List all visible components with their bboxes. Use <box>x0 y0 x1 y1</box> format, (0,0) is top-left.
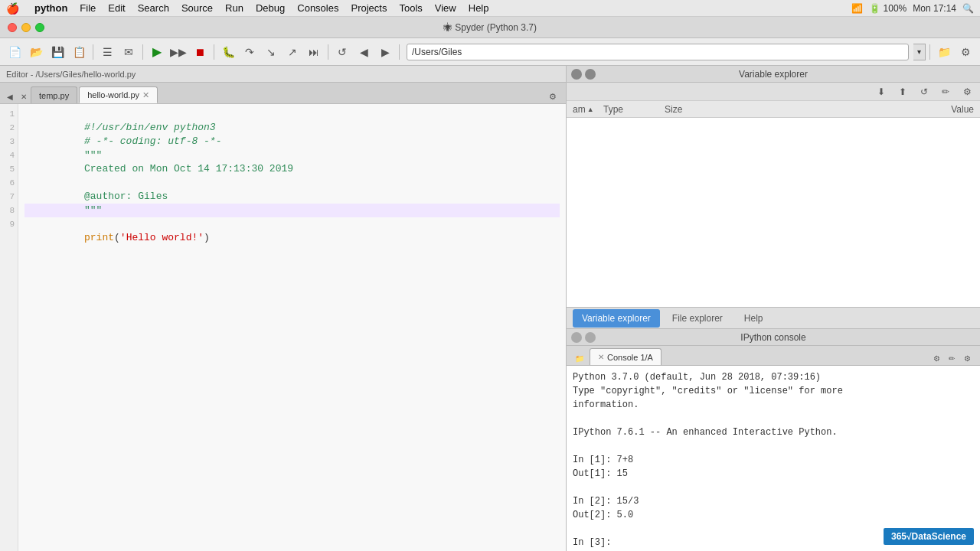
step-into-button[interactable]: ↘ <box>261 42 281 62</box>
var-type-label: Type <box>603 104 623 115</box>
menu-file[interactable]: File <box>80 2 96 14</box>
open-file-button[interactable]: 📂 <box>26 42 46 62</box>
separator-5 <box>399 44 400 60</box>
reload-button[interactable]: ↺ <box>332 42 352 62</box>
var-export-button[interactable]: ⬆ <box>893 82 913 102</box>
traffic-lights[interactable] <box>8 23 44 32</box>
tab-file-explorer-label: File explorer <box>672 313 723 324</box>
var-panel-controls <box>571 69 596 80</box>
menu-search[interactable]: Search <box>138 2 169 14</box>
menu-run[interactable]: Run <box>225 2 243 14</box>
window-title: 🕷 Spyder (Python 3.7) <box>443 22 537 33</box>
continue-button[interactable]: ⏭ <box>304 42 324 62</box>
main-layout: Editor - /Users/Giles/hello-world.py ◀ ✕… <box>0 66 980 551</box>
variable-explorer-header: Variable explorer <box>567 66 980 83</box>
fullscreen-button[interactable] <box>35 23 44 32</box>
console-panel: IPython console 📁 ✕ Console 1/A ⚙ ✏ ⚙ Py… <box>567 329 980 551</box>
var-filter-button[interactable]: ✏ <box>936 82 956 102</box>
var-col-type-header[interactable]: Type <box>603 104 665 115</box>
menu-right-side: 📶 🔋 100% Mon 17:14 🔍 <box>851 3 974 14</box>
tab-temp-py-label: temp.py <box>39 91 69 100</box>
app-name[interactable]: python <box>34 2 67 14</box>
code-comment-2: # -*- coding: utf-8 -*- <box>84 135 221 147</box>
run-file-button[interactable]: ▶▶ <box>168 42 188 62</box>
minimize-button[interactable] <box>21 23 31 32</box>
editor-path: Editor - /Users/Giles/hello-world.py <box>6 70 136 79</box>
save-all-button[interactable]: 📋 <box>69 42 89 62</box>
code-docstring-author: @author: Giles <box>84 191 168 202</box>
var-refresh-button[interactable]: ↺ <box>914 82 934 102</box>
menu-consoles[interactable]: Consoles <box>297 2 338 14</box>
console-line-11: Out[2]: 5.0 <box>573 508 974 522</box>
tab-temp-py[interactable]: temp.py <box>31 86 77 103</box>
preferences-button[interactable]: ☰ <box>97 42 117 62</box>
nav-forward-button[interactable]: ▶ <box>375 42 395 62</box>
separator-6 <box>929 44 930 60</box>
code-editor[interactable]: 1 2 3 4 5 6 7 8 9 #!/usr/bin/env python3… <box>0 104 566 551</box>
code-docstring-start: """ <box>84 149 102 161</box>
var-col-name-header[interactable]: am ▲ <box>573 104 603 115</box>
var-value-label: Value <box>951 104 974 115</box>
menu-tools[interactable]: Tools <box>399 2 422 14</box>
console-tab-settings[interactable]: ⚙ <box>929 351 943 365</box>
code-string-literal: 'Hello world!' <box>120 232 204 243</box>
code-content[interactable]: #!/usr/bin/env python3 # -*- coding: utf… <box>18 104 566 551</box>
path-input[interactable]: /Users/Giles <box>407 44 909 60</box>
console-new-icon[interactable]: 📁 <box>573 351 586 365</box>
console-close-btn[interactable] <box>571 332 582 343</box>
code-line-1: #!/usr/bin/env python3 <box>24 107 560 121</box>
var-panel-minimize[interactable] <box>585 69 596 80</box>
stop-button[interactable]: ⏹ <box>190 42 210 62</box>
menu-help[interactable]: Help <box>469 2 489 14</box>
nav-back-button[interactable]: ◀ <box>354 42 374 62</box>
tab-hello-world-label: hello-world.py <box>87 90 139 99</box>
var-col-value-header[interactable]: Value <box>882 104 974 115</box>
var-settings-button[interactable]: ⚙ <box>957 82 977 102</box>
step-out-button[interactable]: ↗ <box>283 42 302 62</box>
console-tabs-bar: 📁 ✕ Console 1/A ⚙ ✏ ⚙ <box>567 346 980 366</box>
folder-button[interactable]: 📁 <box>934 42 954 62</box>
tab-file-explorer[interactable]: File explorer <box>663 309 732 328</box>
var-toolbar: ⬇ ⬆ ↺ ✏ ⚙ <box>567 83 980 101</box>
console-min-btn[interactable] <box>585 332 596 343</box>
editor-header: Editor - /Users/Giles/hello-world.py <box>0 66 566 83</box>
tab-close-icon[interactable]: ✕ <box>142 91 149 99</box>
tab-help[interactable]: Help <box>735 309 773 328</box>
path-dropdown-button[interactable]: ▾ <box>913 44 926 60</box>
right-panel: Variable explorer ⬇ ⬆ ↺ ✏ ⚙ am ▲ Type Si… <box>567 66 980 551</box>
console-tab-edit[interactable]: ✏ <box>945 351 959 365</box>
menu-debug[interactable]: Debug <box>256 2 285 14</box>
tab-settings-button[interactable]: ⚙ <box>546 90 560 103</box>
menu-edit[interactable]: Edit <box>108 2 125 14</box>
var-name-label: am <box>573 104 586 115</box>
menu-view[interactable]: View <box>435 2 456 14</box>
settings-button[interactable]: ⚙ <box>956 42 975 62</box>
code-docstring-created: Created on Mon Oct 14 17:13:30 2019 <box>84 163 293 174</box>
tab-variable-explorer-label: Variable explorer <box>582 313 651 324</box>
run-button[interactable]: ▶ <box>147 42 167 62</box>
search-icon[interactable]: 🔍 <box>962 3 974 14</box>
save-button[interactable]: 💾 <box>47 42 67 62</box>
close-button[interactable] <box>8 23 17 32</box>
tab-hello-world-py[interactable]: hello-world.py ✕ <box>79 86 158 103</box>
var-panel-close[interactable] <box>571 69 582 80</box>
code-print-func: print <box>84 232 114 243</box>
email-button[interactable]: ✉ <box>119 42 139 62</box>
new-file-button[interactable]: 📄 <box>5 42 24 62</box>
editor-right-icon[interactable]: ✕ <box>17 90 31 103</box>
console-line-6 <box>573 439 974 453</box>
step-button[interactable]: ↷ <box>240 42 260 62</box>
var-table-header: am ▲ Type Size Value <box>567 101 980 118</box>
menu-projects[interactable]: Projects <box>351 2 387 14</box>
panel-tabs: Variable explorer File explorer Help <box>567 307 980 328</box>
tab-variable-explorer[interactable]: Variable explorer <box>573 309 660 328</box>
debug-button[interactable]: 🐛 <box>218 42 238 62</box>
var-col-size-header[interactable]: Size <box>665 104 882 115</box>
editor-left-icon[interactable]: ◀ <box>3 90 17 103</box>
console-tab-options[interactable]: ⚙ <box>960 351 974 365</box>
console-tab-1[interactable]: ✕ Console 1/A <box>590 348 662 365</box>
var-import-button[interactable]: ⬇ <box>871 82 891 102</box>
console-tab-close-icon[interactable]: ✕ <box>598 353 604 361</box>
menu-source[interactable]: Source <box>181 2 213 14</box>
console-output[interactable]: Python 3.7.0 (default, Jun 28 2018, 07:3… <box>567 366 980 551</box>
